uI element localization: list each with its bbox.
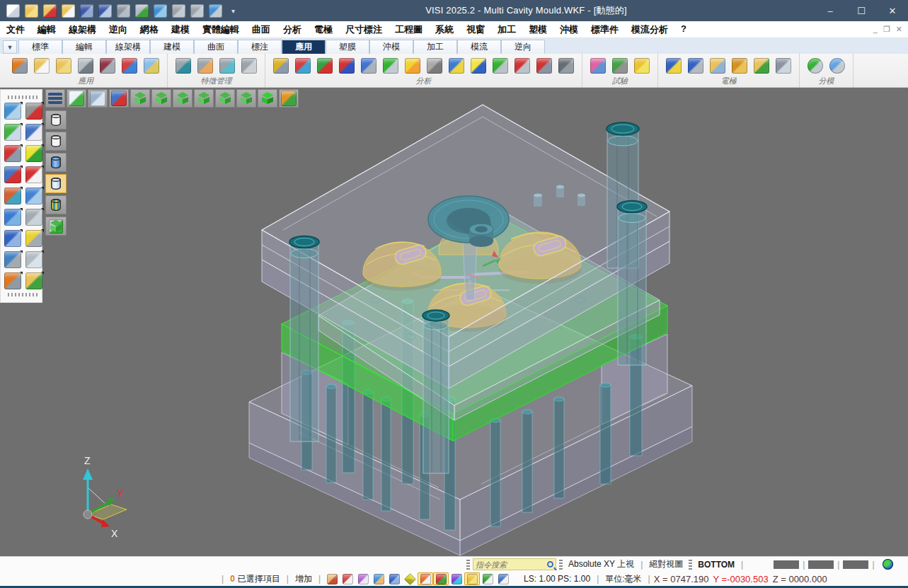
mdi-close-button[interactable]: ✕ <box>896 25 902 34</box>
ribbon-tab[interactable]: 標準 <box>18 40 62 54</box>
rgb-cube-icon[interactable] <box>338 57 355 74</box>
bounding-box-icon[interactable] <box>272 57 289 74</box>
print-icon[interactable] <box>134 4 149 18</box>
redo-icon[interactable] <box>190 4 205 18</box>
spline-edit-icon[interactable] <box>25 166 43 184</box>
print-preview-icon[interactable] <box>153 4 168 18</box>
layer-color-swatch[interactable] <box>808 560 834 569</box>
snapshot-camera-icon[interactable] <box>99 57 116 74</box>
viewport-3d[interactable]: Z Y X <box>0 88 908 556</box>
menu-item[interactable]: 逆向 <box>103 23 134 36</box>
box-filter-icon[interactable] <box>433 572 449 585</box>
globe-icon[interactable] <box>883 559 893 570</box>
view-bottom-icon[interactable] <box>236 89 256 108</box>
status-grip[interactable] <box>689 560 692 570</box>
menu-item[interactable]: 編輯 <box>31 23 62 36</box>
menu-item[interactable]: 線架構 <box>62 23 103 36</box>
view-top-icon[interactable] <box>130 89 150 108</box>
menu-item[interactable]: 實體編輯 <box>196 23 246 36</box>
electrode-export-icon[interactable] <box>753 57 770 74</box>
ribbon-tab[interactable]: 編輯 <box>62 40 106 54</box>
flag-check-icon[interactable] <box>360 57 377 74</box>
new-file-icon[interactable] <box>6 4 21 18</box>
zoom-window-icon[interactable] <box>67 89 86 108</box>
electrode-holder-icon[interactable] <box>731 57 748 74</box>
ribbon-tab[interactable]: 線架構 <box>106 40 150 54</box>
assembly-navigator-icon[interactable] <box>11 57 28 74</box>
simulation-play-icon[interactable] <box>611 57 628 74</box>
section-box-icon[interactable] <box>448 57 465 74</box>
feature-edit-icon[interactable] <box>197 57 214 74</box>
select-brush-icon[interactable] <box>324 572 340 585</box>
render-multicolor-icon[interactable] <box>45 217 67 236</box>
menu-item[interactable]: 分析 <box>277 23 308 36</box>
ucs-axis-icon[interactable] <box>4 166 22 184</box>
kinematics-icon[interactable] <box>590 57 607 74</box>
ribbon-tab[interactable]: 加工 <box>413 40 457 54</box>
delete-icon[interactable] <box>4 250 22 269</box>
undo-arrow-icon[interactable] <box>25 250 43 269</box>
navigator-wheel-icon[interactable] <box>4 272 22 290</box>
render-transparent-icon[interactable] <box>45 195 67 214</box>
save-icon[interactable] <box>79 4 94 18</box>
status-grip[interactable] <box>466 560 470 570</box>
command-search-box[interactable] <box>473 558 556 570</box>
solid-filter-icon[interactable] <box>449 572 464 585</box>
list-filter-icon[interactable] <box>464 572 480 585</box>
close-file-icon[interactable] <box>42 4 57 18</box>
palette-grip[interactable] <box>8 293 39 296</box>
electrode-machine-icon[interactable] <box>775 57 792 74</box>
zoom-scale-icon[interactable] <box>4 144 22 163</box>
view-front-icon[interactable] <box>151 89 171 108</box>
layer-color-swatch[interactable] <box>774 560 799 569</box>
menu-item[interactable]: 工程圖 <box>389 23 429 36</box>
command-search-input[interactable] <box>476 560 546 569</box>
auto-rotate-icon[interactable] <box>480 572 495 585</box>
kit-boxes-icon[interactable] <box>77 57 94 74</box>
render-wireframe-icon[interactable] <box>45 110 67 129</box>
grid-view-icon[interactable] <box>25 187 43 205</box>
sketch-curve-icon[interactable] <box>25 123 43 142</box>
menu-item[interactable]: 沖模 <box>553 23 585 36</box>
measure-icon[interactable] <box>25 229 43 248</box>
view-back-icon[interactable] <box>215 89 235 108</box>
refresh-icon[interactable] <box>4 208 22 226</box>
menu-item[interactable]: 塑模 <box>522 23 553 36</box>
grid-snap-icon[interactable] <box>495 572 511 585</box>
surface-map-icon[interactable] <box>121 57 138 74</box>
inspect-cube-icon[interactable] <box>536 57 553 74</box>
render-shaded-icon[interactable] <box>45 153 67 172</box>
menu-item[interactable]: 電極 <box>308 23 339 36</box>
units-readout[interactable]: 單位:毫米 <box>602 573 644 585</box>
menu-item[interactable]: 視窗 <box>460 23 491 36</box>
mdi-restore-button[interactable]: ❐ <box>883 25 890 34</box>
view-iso-icon[interactable] <box>258 89 277 108</box>
add-selection-button[interactable]: 增加 <box>292 573 315 585</box>
tab-dropdown-button[interactable]: ▼ <box>3 40 17 54</box>
save-all-icon[interactable] <box>116 4 131 18</box>
menu-item[interactable]: 曲面 <box>246 23 277 36</box>
palette-grip[interactable] <box>8 96 39 99</box>
revert-icon[interactable] <box>208 4 223 18</box>
smiley-check-icon[interactable] <box>404 57 421 74</box>
stack-layers-icon[interactable] <box>633 57 650 74</box>
menu-item[interactable]: 網格 <box>134 23 165 36</box>
menu-item[interactable]: 模流分析 <box>625 23 674 36</box>
close-button[interactable]: ✕ <box>877 0 908 21</box>
cavity-sphere-icon[interactable] <box>829 57 846 74</box>
ribbon-tab[interactable]: 標注 <box>238 40 282 54</box>
open-layer-icon[interactable] <box>25 272 43 290</box>
current-view-name[interactable]: BOTTOM <box>695 560 737 570</box>
menu-item[interactable]: 尺寸標注 <box>339 23 389 36</box>
open-file-icon[interactable] <box>24 4 39 18</box>
magic-wand-icon[interactable] <box>355 572 371 585</box>
ribbon-tab[interactable]: 模流 <box>457 40 501 54</box>
open-part-icon[interactable] <box>61 4 76 18</box>
validate-cube-icon[interactable] <box>492 57 509 74</box>
zebra-sphere-icon[interactable] <box>316 57 333 74</box>
save-as-icon[interactable] <box>98 4 113 18</box>
view-normal-icon[interactable] <box>279 89 299 108</box>
query-doc-icon[interactable] <box>470 57 487 74</box>
plane-select-icon[interactable] <box>4 123 22 142</box>
coordinate-mode[interactable]: Absolute XY 上視 <box>565 558 637 570</box>
